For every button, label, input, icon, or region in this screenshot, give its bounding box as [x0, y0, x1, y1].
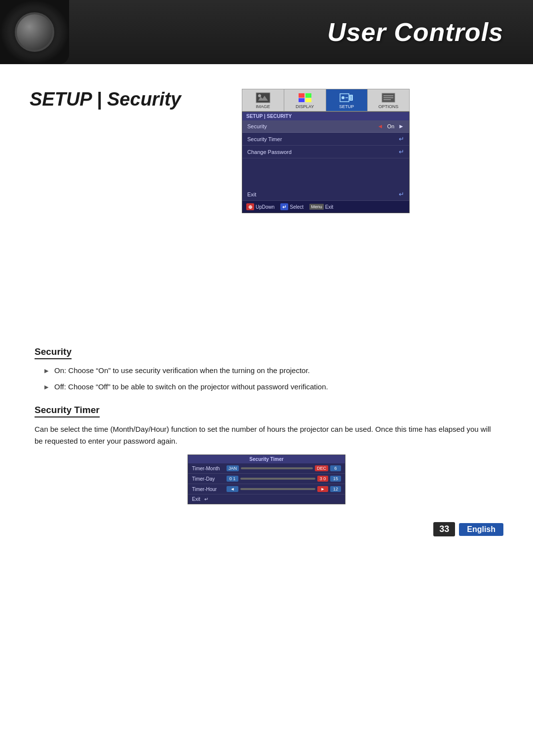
timer-month-val-right-num: 6	[330, 465, 341, 471]
tab-image-label: IMAGE	[256, 104, 270, 109]
security-bullet-list: On: Choose “On” to use security verifica…	[35, 365, 498, 392]
footer-exit: Menu Exit	[309, 204, 333, 210]
timer-panel-container: Security Timer Timer-Month JAN DEC 6	[35, 454, 498, 504]
svg-rect-4	[305, 93, 311, 98]
timer-day-val-right-label: 3 0	[317, 476, 328, 482]
timer-month-slider-area: JAN DEC 6	[227, 465, 341, 471]
timer-day-slider[interactable]	[240, 478, 315, 480]
footer-exit-label: Exit	[325, 204, 334, 210]
security-bullet-on: On: Choose “On” to use security verifica…	[44, 365, 498, 377]
timer-hour-val-left: ◄	[227, 486, 238, 492]
timer-month-val-right-label: DEC	[315, 465, 328, 471]
timer-hour-val-right-num: 12	[330, 486, 341, 492]
osd-spacer	[242, 158, 409, 188]
main-content: SETUP | Security IMAGE	[0, 64, 533, 546]
menu-icon: Menu	[309, 204, 324, 210]
select-icon: ↵	[280, 203, 288, 210]
page-number: 33	[433, 522, 455, 536]
svg-rect-6	[305, 98, 311, 102]
timer-row-hour: Timer-Hour ◄ ► 12	[188, 484, 345, 494]
security-section-title: Security	[35, 346, 72, 359]
osd-row-security-timer[interactable]: Security Timer ↵	[242, 133, 409, 146]
camera-decoration	[0, 0, 69, 64]
tab-options[interactable]: OPTIONS	[368, 89, 409, 111]
setup-tab-icon	[339, 92, 354, 103]
osd-row-change-password[interactable]: Change Password ↵	[242, 146, 409, 158]
osd-row-exit[interactable]: Exit ↵	[242, 188, 409, 201]
svg-rect-3	[299, 93, 305, 98]
timer-day-val-left: 0 1	[227, 476, 238, 482]
security-timer-section: Security Timer Can be select the time (M…	[35, 405, 498, 504]
page-number-area: 33 English	[433, 522, 503, 536]
osd-timer-label: Security Timer	[247, 136, 399, 142]
footer-updown: ⊕ UpDown	[246, 203, 274, 210]
osd-right-arrow: ►	[398, 123, 404, 130]
tab-display-label: DISPLAY	[296, 104, 314, 109]
osd-enter-icon-exit: ↵	[399, 190, 404, 198]
timer-hour-val-right-label: ►	[317, 486, 328, 492]
osd-password-label: Change Password	[247, 149, 399, 155]
timer-panel-title: Security Timer	[188, 455, 345, 463]
timer-day-slider-area: 0 1 3 0 15	[227, 476, 341, 482]
osd-exit-label: Exit	[247, 191, 399, 197]
tab-options-label: OPTIONS	[379, 104, 399, 109]
section-title: SETUP | Security	[30, 89, 181, 110]
timer-month-slider[interactable]	[241, 467, 313, 469]
timer-hour-label: Timer-Hour	[192, 487, 227, 492]
osd-body: SETUP | SECURITY Security ◄ On ► Securit…	[242, 112, 410, 213]
tab-setup[interactable]: SETUP	[326, 89, 368, 111]
timer-hour-slider-area: ◄ ► 12	[227, 486, 341, 492]
osd-tabs: IMAGE DISPLAY	[242, 89, 410, 112]
options-tab-icon	[381, 92, 396, 103]
security-bullet-off: Off: Choose “Off” to be able to switch o…	[44, 381, 498, 393]
tab-display[interactable]: DISPLAY	[284, 89, 326, 111]
timer-enter-icon: ↵	[204, 496, 208, 502]
osd-row-security[interactable]: Security ◄ On ►	[242, 120, 409, 133]
timer-month-val-left: JAN	[227, 465, 239, 471]
camera-lens-icon	[15, 12, 54, 52]
svg-rect-5	[299, 98, 305, 102]
page-header: User Controls	[0, 0, 533, 64]
page-title: User Controls	[327, 17, 503, 47]
timer-panel: Security Timer Timer-Month JAN DEC 6	[188, 454, 345, 504]
updown-icon: ⊕	[246, 203, 254, 210]
page-language: English	[459, 523, 503, 536]
timer-hour-slider[interactable]	[240, 488, 315, 490]
osd-footer: ⊕ UpDown ↵ Select Menu Exit	[242, 201, 409, 213]
footer-select: ↵ Select	[280, 203, 304, 210]
security-timer-section-title: Security Timer	[35, 405, 100, 417]
footer-updown-label: UpDown	[256, 204, 274, 210]
timer-month-label: Timer-Month	[192, 466, 227, 471]
osd-security-label: Security	[247, 123, 378, 129]
osd-security-value: On	[387, 123, 394, 129]
timer-panel-footer: Exit ↵	[188, 494, 345, 504]
timer-day-val-right-num: 15	[330, 476, 341, 482]
svg-rect-0	[256, 93, 270, 103]
osd-panel: IMAGE DISPLAY	[242, 89, 410, 213]
security-section: Security On: Choose “On” to use security…	[35, 346, 498, 392]
timer-exit-label: Exit	[192, 496, 200, 502]
image-tab-icon	[255, 92, 271, 103]
osd-left-arrow: ◄	[378, 123, 383, 130]
tab-image[interactable]: IMAGE	[242, 89, 284, 111]
osd-breadcrumb: SETUP | SECURITY	[242, 112, 409, 120]
osd-enter-icon-password: ↵	[399, 148, 404, 155]
timer-day-label: Timer-Day	[192, 476, 227, 482]
content-sections: Security On: Choose “On” to use security…	[30, 346, 503, 504]
display-tab-icon	[297, 92, 313, 103]
timer-row-day: Timer-Day 0 1 3 0 15	[188, 474, 345, 484]
svg-point-2	[258, 94, 261, 97]
osd-enter-icon-timer: ↵	[399, 135, 404, 143]
security-timer-body: Can be select the time (Month/Day/Hour) …	[35, 423, 498, 447]
tab-setup-label: SETUP	[339, 104, 354, 109]
svg-point-8	[342, 96, 344, 99]
timer-row-month: Timer-Month JAN DEC 6	[188, 463, 345, 474]
footer-select-label: Select	[290, 204, 304, 210]
